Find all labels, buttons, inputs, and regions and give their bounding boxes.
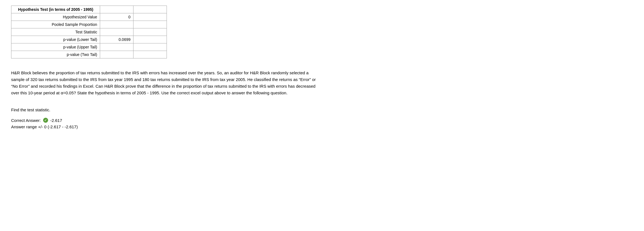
row-value-pvalue-two — [100, 51, 133, 58]
table-row: Pooled Sample Proportion — [11, 21, 167, 28]
row-extra-test-statistic — [133, 28, 167, 36]
row-extra-pvalue-lower — [133, 36, 167, 43]
table-row: p-value (Upper Tail) — [11, 43, 167, 51]
row-extra-pvalue-two — [133, 51, 167, 58]
correct-answer-value: -2.617 — [50, 118, 62, 123]
row-extra-pooled — [133, 21, 167, 28]
answer-range-row: Answer range +/- 0 (-2.617 - -2.617) — [11, 124, 633, 129]
find-text: Find the test statistic. — [11, 107, 633, 112]
row-value-pvalue-upper — [100, 43, 133, 51]
table-row: p-value (Lower Tail) 0.0699 — [11, 36, 167, 43]
row-value-hypothesized: 0 — [100, 13, 133, 21]
correct-answer-row: Correct Answer: ✓ -2.617 — [11, 118, 633, 123]
hypothesis-table: Hypothesis Test (in terms of 2005 - 1995… — [11, 6, 167, 58]
row-label-pvalue-two: p-value (Two Tail) — [11, 51, 100, 58]
description-paragraph: H&R Block believes the proportion of tax… — [11, 70, 317, 96]
row-label-test-statistic: Test Statistic — [11, 28, 100, 36]
correct-answer-label: Correct Answer: — [11, 118, 41, 123]
hypothesis-table-container: Hypothesis Test (in terms of 2005 - 1995… — [11, 6, 633, 58]
table-header-row: Hypothesis Test (in terms of 2005 - 1995… — [11, 6, 167, 13]
row-label-pvalue-lower: p-value (Lower Tail) — [11, 36, 100, 43]
table-row: Test Statistic — [11, 28, 167, 36]
table-row: Hypothesized Value 0 — [11, 13, 167, 21]
row-label-pvalue-upper: p-value (Upper Tail) — [11, 43, 100, 51]
row-value-test-statistic — [100, 28, 133, 36]
table-header-col2 — [100, 6, 133, 13]
row-extra-pvalue-upper — [133, 43, 167, 51]
row-label-pooled: Pooled Sample Proportion — [11, 21, 100, 28]
row-value-pvalue-lower: 0.0699 — [100, 36, 133, 43]
answer-range-label: Answer range +/- 0 (-2.617 - -2.617) — [11, 124, 78, 129]
table-header-col3 — [133, 6, 167, 13]
row-extra-hypothesized — [133, 13, 167, 21]
table-header-title: Hypothesis Test (in terms of 2005 - 1995… — [11, 6, 100, 13]
table-row: p-value (Two Tail) — [11, 51, 167, 58]
question-section: Find the test statistic. Correct Answer:… — [11, 107, 633, 129]
check-icon: ✓ — [43, 118, 48, 123]
row-value-pooled — [100, 21, 133, 28]
row-label-hypothesized: Hypothesized Value — [11, 13, 100, 21]
